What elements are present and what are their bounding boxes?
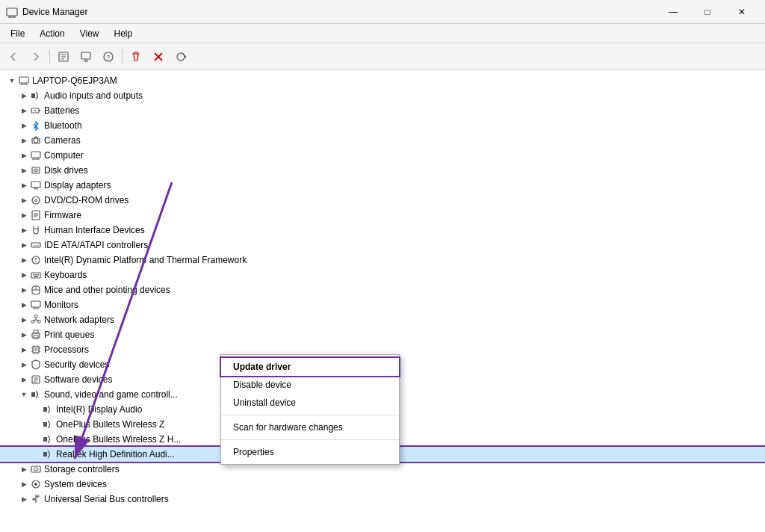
processors-toggle[interactable]: ▶ xyxy=(18,344,30,356)
computer-label: Computer xyxy=(44,150,84,161)
toolbar-separator-2 xyxy=(122,49,123,64)
scan-button[interactable] xyxy=(170,46,191,67)
intel-toggle[interactable]: ▶ xyxy=(18,254,30,266)
tree-item-keyboards[interactable]: ▶ Keyboards xyxy=(0,267,765,282)
maximize-button[interactable]: □ xyxy=(690,0,725,24)
network-toggle[interactable]: ▶ xyxy=(18,314,30,326)
software-toggle[interactable]: ▶ xyxy=(18,374,30,386)
usb-toggle[interactable]: ▶ xyxy=(18,493,30,505)
svg-rect-53 xyxy=(35,274,37,276)
menu-action[interactable]: Action xyxy=(32,25,72,42)
disk-toggle[interactable]: ▶ xyxy=(18,164,30,176)
ide-toggle[interactable]: ▶ xyxy=(18,239,30,251)
svg-rect-72 xyxy=(34,348,37,351)
svg-point-38 xyxy=(35,200,37,202)
keyboards-label: Keyboards xyxy=(44,270,87,280)
tree-item-firmware[interactable]: ▶ Firmware xyxy=(0,208,765,223)
processors-icon xyxy=(30,344,42,356)
svg-rect-58 xyxy=(31,301,40,307)
tree-item-hid[interactable]: ▶ Human Interface Devices xyxy=(0,223,765,238)
uninstall-button[interactable] xyxy=(126,46,146,67)
print-label: Print queues xyxy=(44,330,94,340)
tree-item-bluetooth[interactable]: ▶ Bluetooth xyxy=(0,118,765,133)
tree-item-mice[interactable]: ▶ Mice and other pointing devices xyxy=(0,282,765,297)
window-controls: ― □ ✕ xyxy=(656,0,759,24)
security-icon xyxy=(30,359,42,371)
context-properties[interactable]: Properties xyxy=(221,443,399,461)
menu-file[interactable]: File xyxy=(3,25,32,42)
bluetooth-label: Bluetooth xyxy=(44,120,82,131)
tree-item-monitors[interactable]: ▶ Monitors xyxy=(0,297,765,312)
context-disable-device[interactable]: Disable device xyxy=(221,376,399,394)
usb-icon xyxy=(30,493,42,505)
svg-rect-85 xyxy=(31,392,35,397)
sound-label: Sound, video and game controll... xyxy=(44,389,178,400)
disk-label: Disk drives xyxy=(44,165,88,176)
root-toggle[interactable]: ▼ xyxy=(6,75,18,87)
tree-item-audio[interactable]: ▶ Audio inputs and outputs xyxy=(0,88,765,103)
svg-rect-27 xyxy=(31,152,40,158)
display-toggle[interactable]: ▶ xyxy=(18,179,30,191)
back-button[interactable] xyxy=(3,46,24,67)
print-toggle[interactable]: ▶ xyxy=(18,329,30,341)
network-icon xyxy=(30,314,42,326)
context-update-driver[interactable]: Update driver xyxy=(221,358,399,376)
monitors-icon xyxy=(30,299,42,311)
tree-item-system[interactable]: ▶ System devices xyxy=(0,477,765,492)
tree-item-network[interactable]: ▶ Network adapters xyxy=(0,312,765,327)
svg-line-67 xyxy=(36,320,39,321)
firmware-toggle[interactable]: ▶ xyxy=(18,209,30,221)
dvd-icon xyxy=(30,194,42,206)
firmware-label: Firmware xyxy=(44,210,81,220)
tree-item-computer[interactable]: ▶ Computer xyxy=(0,148,765,163)
help-button[interactable]: ? xyxy=(98,46,119,67)
batteries-toggle[interactable]: ▶ xyxy=(18,105,30,117)
cameras-toggle[interactable]: ▶ xyxy=(18,134,30,146)
tree-item-print[interactable]: ▶ Print queues xyxy=(0,327,765,342)
realtek-icon xyxy=(42,448,54,460)
tree-item-cameras[interactable]: ▶ Cameras xyxy=(0,133,765,148)
forward-button[interactable] xyxy=(25,46,46,67)
svg-rect-55 xyxy=(34,276,38,278)
dvd-toggle[interactable]: ▶ xyxy=(18,194,30,206)
mice-toggle[interactable]: ▶ xyxy=(18,284,30,296)
window-title: Device Manager xyxy=(22,7,656,17)
intel-display-audio-label: Intel(R) Display Audio xyxy=(56,404,142,415)
minimize-button[interactable]: ― xyxy=(656,0,690,24)
properties-button[interactable] xyxy=(53,46,74,67)
sound-toggle[interactable]: ▼ xyxy=(18,389,30,400)
svg-rect-64 xyxy=(37,321,40,323)
svg-rect-36 xyxy=(34,188,37,189)
context-separator-1 xyxy=(221,415,399,415)
tree-item-display[interactable]: ▶ Display adapters xyxy=(0,178,765,193)
tree-item-disk[interactable]: ▶ Disk drives xyxy=(0,163,765,178)
toolbar: ? xyxy=(0,43,765,70)
ide-label: IDE ATA/ATAPI controllers xyxy=(44,240,148,250)
oneplus-wireless-h-label: OnePlus Bullets Wireless Z H... xyxy=(56,434,181,445)
tree-item-intel[interactable]: ▶ Intel(R) Dynamic Platform and Thermal … xyxy=(0,253,765,267)
tree-item-ide[interactable]: ▶ IDE ATA/ATAPI controllers xyxy=(0,238,765,253)
svg-rect-34 xyxy=(31,182,40,188)
tree-item-dvd[interactable]: ▶ DVD/CD-ROM drives xyxy=(0,193,765,208)
svg-point-37 xyxy=(32,197,40,204)
context-uninstall-device[interactable]: Uninstall device xyxy=(221,394,399,412)
security-toggle[interactable]: ▶ xyxy=(18,359,30,371)
hid-toggle[interactable]: ▶ xyxy=(18,224,30,236)
uninstall-x-button[interactable] xyxy=(148,46,169,67)
update-driver-button[interactable] xyxy=(75,46,96,67)
keyboards-toggle[interactable]: ▶ xyxy=(18,269,30,281)
menu-help[interactable]: Help xyxy=(107,25,140,42)
bluetooth-toggle[interactable]: ▶ xyxy=(18,120,30,132)
context-scan-hardware[interactable]: Scan for hardware changes xyxy=(221,418,399,436)
hid-icon xyxy=(30,224,42,236)
close-button[interactable]: ✕ xyxy=(725,0,759,24)
tree-root[interactable]: ▼ LAPTOP-Q6EJP3AM xyxy=(0,73,765,88)
storage-toggle[interactable]: ▶ xyxy=(18,463,30,475)
system-toggle[interactable]: ▶ xyxy=(18,478,30,490)
tree-item-batteries[interactable]: ▶ Batteries xyxy=(0,103,765,118)
monitors-toggle[interactable]: ▶ xyxy=(18,299,30,311)
menu-view[interactable]: View xyxy=(72,25,107,42)
tree-item-usb[interactable]: ▶ Universal Serial Bus controllers xyxy=(0,492,765,507)
audio-toggle[interactable]: ▶ xyxy=(18,90,30,102)
computer-toggle[interactable]: ▶ xyxy=(18,149,30,161)
